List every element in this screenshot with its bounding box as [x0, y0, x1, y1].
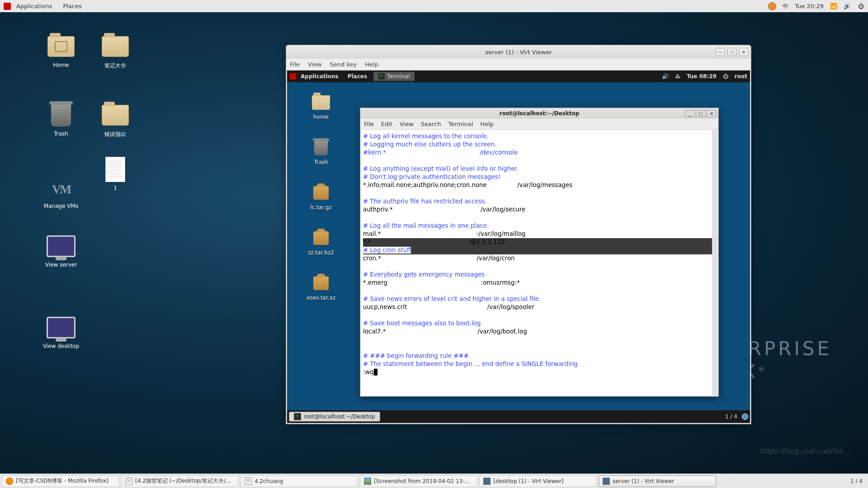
guest-icon-zz[interactable]: zz.tar.bz2: [301, 229, 341, 256]
guest-topbar: Applications Places Terminal 🔊 🖧 Tue 08:…: [287, 70, 750, 82]
scrollbar[interactable]: [712, 130, 717, 395]
guest-icon-home[interactable]: home: [301, 93, 341, 120]
desktop-icon-view-server[interactable]: View server: [36, 234, 86, 268]
guest-icon-lc[interactable]: lc.tar.gz: [301, 183, 341, 211]
minimize-button[interactable]: _: [685, 110, 695, 117]
document-icon: [105, 157, 125, 182]
folder-icon: [312, 95, 330, 110]
desktop-icon-view-desktop[interactable]: View desktop: [36, 315, 86, 349]
desktop-icon-doc1[interactable]: 1: [90, 157, 140, 191]
task-screenshot[interactable]: [Screenshot from 2019-04-02 13-...: [360, 475, 477, 487]
virt-titlebar[interactable]: server (1) - Virt Viewer — ▢ ✕: [286, 45, 751, 59]
gterm-menu-edit[interactable]: Edit: [381, 121, 392, 127]
guest-clock[interactable]: Tue 08:29: [687, 73, 717, 80]
guest-terminal-menubar: File Edit View Search Terminal Help: [360, 119, 718, 130]
icon-label: home: [301, 114, 341, 120]
gterm-menu-view[interactable]: View: [400, 121, 414, 127]
virt-viewer-icon: [603, 478, 610, 485]
icon-label: Trash: [301, 159, 341, 165]
workspace-switcher-icon[interactable]: [742, 413, 748, 420]
virt-viewer-window: server (1) - Virt Viewer — ▢ ✕ File View…: [286, 45, 751, 424]
maximize-button[interactable]: ▢: [727, 48, 736, 56]
virt-menu-help[interactable]: Help: [365, 61, 378, 68]
folder-icon: [102, 105, 129, 126]
vm-icon: VM: [47, 182, 75, 193]
host-topbar: Applications Places 中 Tue 20:29 📶 🔊 ⏻: [0, 0, 868, 12]
icon-label: 笔记大全: [90, 62, 140, 70]
terminal-icon: [378, 73, 385, 80]
guest-terminal-title: root@localhost:~/Desktop: [500, 110, 580, 117]
gterm-menu-help[interactable]: Help: [480, 121, 494, 127]
icon-label: Trash: [36, 131, 86, 137]
gedit-icon: [245, 478, 252, 485]
gterm-menu-search[interactable]: Search: [421, 121, 441, 127]
host-desktop[interactable]: AT® ENTERPRISE LINUX® Home 笔记大全 Trash 错误…: [0, 12, 868, 474]
desktop-icon-manage-vms[interactable]: VM Manage VMs: [36, 175, 86, 209]
close-button[interactable]: ✕: [707, 110, 717, 117]
virt-menu-view[interactable]: View: [308, 61, 322, 68]
guest-desktop[interactable]: Applications Places Terminal 🔊 🖧 Tue 08:…: [287, 70, 750, 423]
desktop-icon-err[interactable]: 错误指出: [90, 103, 140, 138]
host-applications-menu[interactable]: Applications: [11, 3, 57, 9]
virt-menu-file[interactable]: File: [290, 61, 300, 68]
icon-label: Home: [36, 62, 86, 68]
host-workspace-indicator[interactable]: 1 / 4: [850, 478, 863, 484]
close-button[interactable]: ✕: [739, 48, 748, 56]
task-virt-server[interactable]: server (1) - Virt Viewer: [599, 475, 716, 487]
redhat-logo-icon: [290, 73, 296, 80]
desktop-icon-home[interactable]: Home: [36, 34, 86, 68]
icon-label: zz.tar.bz2: [301, 249, 341, 256]
guest-icon-trash[interactable]: Trash: [301, 138, 341, 165]
notification-icon[interactable]: [768, 2, 776, 10]
power-icon[interactable]: ⏻: [857, 3, 864, 10]
gterm-menu-terminal[interactable]: Terminal: [448, 121, 473, 127]
icon-label: View server: [36, 262, 86, 268]
icon-label: lc.tar.gz: [301, 204, 341, 211]
network-icon[interactable]: 📶: [830, 3, 837, 10]
task-firefox[interactable]: [写文章-CSDN博客 - Mozilla Firefox]: [2, 475, 119, 487]
guest-terminal-tab[interactable]: Terminal: [373, 72, 415, 81]
virt-menu-sendkey[interactable]: Send key: [330, 61, 357, 68]
archive-icon: [313, 231, 329, 245]
power-icon[interactable]: ⏻: [723, 73, 728, 80]
task-4-2chuang[interactable]: 4.2chuang: [241, 475, 358, 487]
guest-workspace-indicator[interactable]: 1 / 4: [725, 413, 737, 420]
ime-indicator[interactable]: 中: [783, 2, 788, 10]
host-taskbar: [写文章-CSDN博客 - Mozilla Firefox] [4.2随堂笔记 …: [0, 474, 868, 488]
host-clock[interactable]: Tue 20:29: [795, 3, 824, 9]
trash-icon: [51, 104, 71, 127]
image-icon: [364, 478, 371, 485]
icon-label: xoxo.tar.xz: [301, 295, 341, 301]
vim-command: :wq: [363, 369, 374, 375]
virt-title-text: server (1) - Virt Viewer: [485, 49, 552, 56]
host-places-menu[interactable]: Places: [57, 3, 87, 9]
gterm-menu-file[interactable]: File: [364, 121, 374, 127]
guest-user[interactable]: root: [735, 73, 747, 80]
guest-terminal-window: root@localhost:~/Desktop _ ▢ ✕ File Edit…: [360, 108, 719, 397]
guest-terminal-titlebar[interactable]: root@localhost:~/Desktop _ ▢ ✕: [360, 108, 718, 119]
cursor-icon: [374, 369, 377, 375]
firefox-icon: [6, 478, 13, 485]
archive-icon: [313, 277, 329, 290]
url-watermark: https://blog.csdn.net/lith...: [760, 447, 850, 455]
desktop-icon-trash[interactable]: Trash: [36, 103, 86, 137]
terminal-content[interactable]: # Log all kernel messages to the console…: [361, 130, 712, 395]
volume-icon[interactable]: 🔊: [662, 73, 669, 80]
network-icon[interactable]: 🖧: [675, 73, 680, 80]
guest-places-menu[interactable]: Places: [343, 73, 372, 80]
trash-icon: [314, 140, 328, 155]
volume-icon[interactable]: 🔊: [844, 3, 851, 10]
guest-task-terminal[interactable]: root@localhost:~/Desktop: [289, 412, 380, 422]
maximize-button[interactable]: ▢: [696, 110, 706, 117]
task-gedit-notes[interactable]: [4.2随堂笔记 (~/Desktop/笔记大全/...: [121, 475, 239, 487]
monitor-icon: [47, 317, 75, 338]
folder-icon: [47, 36, 75, 57]
task-virt-desktop[interactable]: [desktop (1) - Virt Viewer]: [479, 475, 597, 487]
icon-label: 1: [90, 185, 140, 191]
folder-icon: [102, 36, 129, 57]
minimize-button[interactable]: —: [716, 48, 725, 56]
guest-icon-xoxo[interactable]: xoxo.tar.xz: [301, 274, 341, 301]
desktop-icon-notes[interactable]: 笔记大全: [90, 34, 140, 70]
guest-applications-menu[interactable]: Applications: [296, 73, 343, 80]
icon-label: 错误指出: [90, 131, 140, 138]
